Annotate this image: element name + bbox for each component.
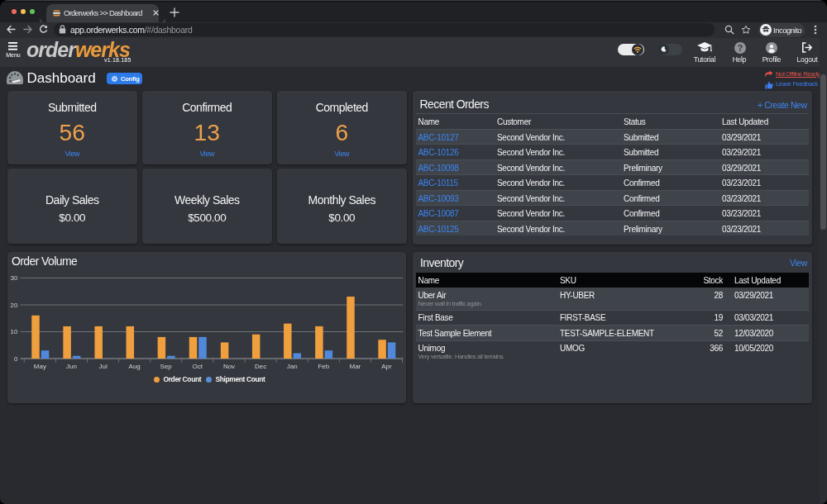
svg-text:Jun: Jun (66, 363, 77, 370)
svg-text:Sep: Sep (160, 363, 172, 370)
svg-text:Aug: Aug (128, 363, 140, 370)
svg-text:10: 10 (10, 328, 17, 335)
svg-text:Jan: Jan (286, 363, 297, 370)
svg-text:Oct: Oct (192, 363, 203, 370)
svg-text:0: 0 (14, 355, 18, 363)
svg-text:?: ? (738, 42, 743, 52)
svg-text:Feb: Feb (318, 363, 329, 370)
svg-text:Apr: Apr (381, 363, 392, 370)
svg-text:May: May (33, 363, 45, 370)
svg-text:Nov: Nov (222, 363, 234, 370)
svg-text:Dec: Dec (254, 363, 265, 370)
svg-text:30: 30 (10, 274, 17, 282)
svg-text:Jul: Jul (98, 363, 107, 370)
svg-text:20: 20 (10, 302, 17, 309)
svg-text:Mar: Mar (349, 363, 361, 370)
